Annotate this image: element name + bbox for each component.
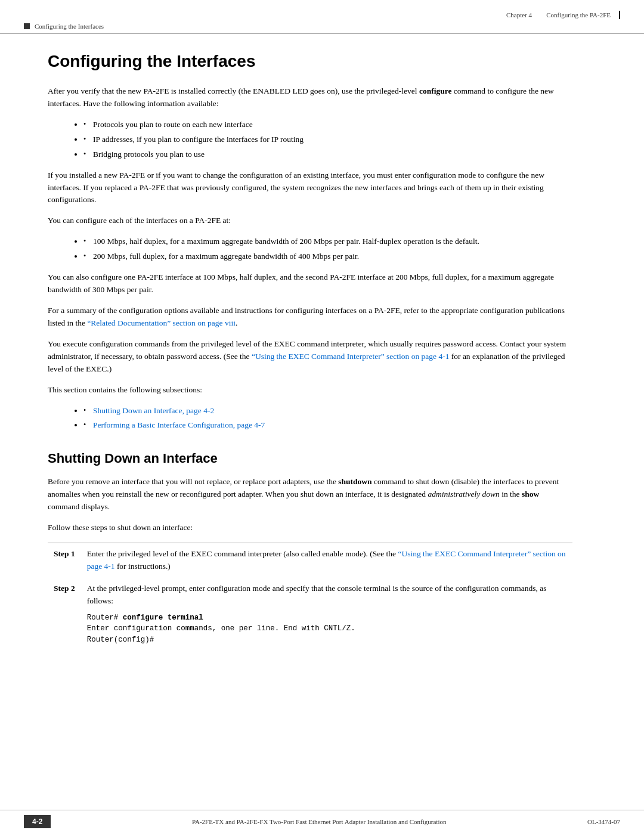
step1-before-link: Enter the privileged level of the EXEC c… [87, 549, 398, 558]
section2-heading: Shutting Down an Interface [48, 451, 572, 466]
footer-page-number: 4-2 [24, 815, 51, 828]
steps-table: Step 1 Enter the privileged level of the… [48, 543, 572, 655]
shutting-down-link[interactable]: Shutting Down an Interface, page 4-2 [93, 406, 214, 415]
breadcrumb-icon [24, 23, 30, 29]
step-2-label: Step 2 [48, 578, 81, 655]
code-line-3: Router(config)# [87, 634, 566, 646]
para2: If you installed a new PA-2FE or if you … [48, 169, 572, 207]
para6: You execute configuration commands from … [48, 338, 572, 376]
exec-command-link[interactable]: “Using the EXEC Command Interpreter” sec… [252, 352, 449, 361]
subsection-link-2: Performing a Basic Interface Configurati… [83, 419, 572, 432]
page-footer: 4-2 PA-2FE-TX and PA-2FE-FX Two-Port Fas… [0, 810, 644, 833]
related-documentation-link[interactable]: “Related Documentation” section on page … [87, 318, 236, 327]
para4: You can also configure one PA-2FE interf… [48, 271, 572, 296]
step-1-label: Step 1 [48, 543, 81, 578]
para5: For a summary of the configuration optio… [48, 305, 572, 330]
breadcrumb-bar: Configuring the Interfaces [0, 21, 644, 34]
intro-para1: After you verify that the new PA-2FE is … [48, 85, 572, 110]
step-2-content: At the privileged-level prompt, enter co… [81, 578, 572, 655]
intro-bullet-list: Protocols you plan to route on each new … [83, 119, 572, 161]
intro-bullet-1: Protocols you plan to route on each new … [83, 119, 572, 131]
configure-bullet-1: 100 Mbps, half duplex, for a maximum agg… [83, 236, 572, 248]
subsection-link-1: Shutting Down an Interface, page 4-2 [83, 405, 572, 417]
page: Chapter 4 Configuring the PA-2FE Configu… [0, 0, 644, 833]
intro-bullet-2: IP addresses, if you plan to configure t… [83, 134, 572, 146]
main-content: Configuring the Interfaces After you ver… [0, 34, 644, 810]
header-divider [619, 11, 620, 19]
footer-doc-number: OL-3474-07 [587, 818, 620, 825]
para7: This section contains the following subs… [48, 384, 572, 397]
intro-bullet-3: Bridging protocols you plan to use [83, 148, 572, 161]
breadcrumb-text: Configuring the Interfaces [35, 23, 104, 30]
page-header: Chapter 4 Configuring the PA-2FE [0, 0, 644, 21]
para5-after-link: . [236, 318, 237, 327]
configure-bullet-list: 100 Mbps, half duplex, for a maximum agg… [83, 236, 572, 263]
subsection-link-list: Shutting Down an Interface, page 4-2 Per… [83, 405, 572, 432]
footer-center-text: PA-2FE-TX and PA-2FE-FX Two-Port Fast Et… [51, 818, 587, 825]
page-title: Configuring the Interfaces [48, 52, 572, 71]
shutdown-para1: Before you remove an interface that you … [48, 476, 572, 513]
code-bold-1: configure terminal [123, 614, 203, 622]
header-right: Chapter 4 Configuring the PA-2FE [506, 11, 620, 19]
step1-after-link: for instructions.) [115, 562, 171, 571]
step2-code-block: Router# configure terminal Enter configu… [87, 612, 566, 646]
step-1-content: Enter the privileged level of the EXEC c… [81, 543, 572, 578]
step-2-row: Step 2 At the privileged-level prompt, e… [48, 578, 572, 655]
para3: You can configure each of the interfaces… [48, 215, 572, 227]
step2-text: At the privileged-level prompt, enter co… [87, 584, 547, 605]
code-line-2: Enter configuration commands, one per li… [87, 623, 566, 634]
header-chapter-label: Chapter 4 [506, 11, 532, 18]
basic-config-link[interactable]: Performing a Basic Interface Configurati… [93, 420, 265, 429]
configure-bullet-2: 200 Mbps, full duplex, for a maximum agg… [83, 250, 572, 263]
header-chapter-title: Configuring the PA-2FE [546, 11, 611, 18]
step-1-row: Step 1 Enter the privileged level of the… [48, 543, 572, 578]
code-line-1: Router# configure terminal [87, 612, 566, 624]
shutdown-para2: Follow these steps to shut down an inter… [48, 522, 572, 534]
